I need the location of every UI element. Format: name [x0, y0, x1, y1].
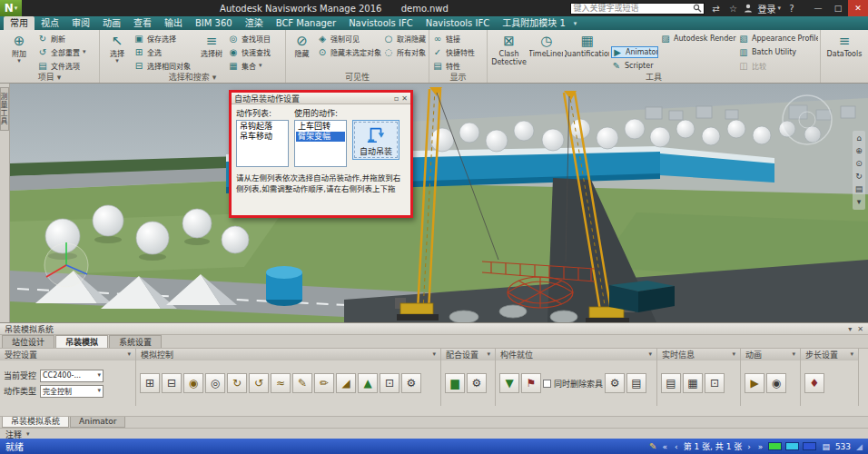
action-listbox[interactable]: 吊钩起落 吊车移动	[236, 120, 289, 167]
attach-button[interactable]: ⊕ 附加 ▾	[3, 32, 35, 72]
previous-sheet-button[interactable]: ‹	[673, 442, 680, 451]
realtime-info-caption[interactable]: 实时信息▾	[657, 349, 740, 360]
chart-button[interactable]: ▆	[445, 373, 465, 393]
tab-view[interactable]: 查看	[127, 16, 158, 30]
sim-control-button[interactable]: ⊞	[140, 373, 160, 393]
gear-button[interactable]: ⚙	[467, 373, 487, 393]
batch-utility-button[interactable]: ▥Batch Utility	[738, 46, 818, 58]
sim-control-button[interactable]: ✏	[314, 373, 334, 393]
orbit-icon[interactable]: ⊙	[855, 160, 863, 168]
list-item[interactable]: 上车回转	[296, 122, 345, 132]
tab-viewpoint[interactable]: 视点	[35, 16, 65, 30]
sign-in-button[interactable]: 登录▾	[757, 2, 781, 15]
list-item[interactable]: 吊钩起落	[238, 122, 287, 132]
gear-button[interactable]: ⚙	[605, 373, 625, 393]
camera-button[interactable]: ◉	[766, 373, 786, 393]
sets-button[interactable]: ▦集合▾	[228, 60, 281, 72]
play-animation-button[interactable]: ▶	[745, 373, 764, 393]
datatools-button[interactable]: ≡ DataTools	[824, 32, 865, 72]
properties-button[interactable]: ▤特性	[432, 60, 483, 72]
monitor-button[interactable]: ▦	[683, 373, 703, 393]
flag-button[interactable]: ⚑	[521, 373, 541, 393]
find-items-button[interactable]: ◎查找项目	[228, 33, 281, 44]
select-all-button[interactable]: ⊞全选	[133, 46, 195, 58]
tab-hoist-simulation[interactable]: 吊装模拟	[55, 335, 108, 348]
compare-button[interactable]: ◫比较	[738, 60, 818, 72]
tab-station-design[interactable]: 站位设计	[2, 335, 54, 348]
group-label-display[interactable]: 显示	[429, 72, 487, 83]
dialog-close-icon[interactable]: ✕	[401, 94, 408, 103]
panel-header[interactable]: 吊装模拟系统 ▾ ✕	[0, 323, 868, 335]
save-selection-button[interactable]: ▣保存选择	[133, 33, 195, 44]
search-input[interactable]	[573, 4, 693, 14]
links-button[interactable]: ∞链接	[432, 33, 483, 44]
tab-render[interactable]: 渲染	[239, 16, 270, 30]
quantification-button[interactable]: ▦ Quantification	[565, 32, 609, 72]
next-sheet-button[interactable]: ›	[745, 442, 753, 451]
list-button[interactable]: ▤	[626, 373, 646, 393]
close-button[interactable]: ✕	[848, 0, 868, 16]
reset-all-button[interactable]: ↺全部重置▾	[37, 46, 86, 58]
resize-grip[interactable]: ◢	[856, 442, 863, 451]
tab-output[interactable]: 输出	[158, 16, 189, 30]
maximize-button[interactable]: □	[828, 0, 848, 16]
tab-home[interactable]: 常用	[4, 16, 35, 30]
subtab-hoist-simulation[interactable]: 吊装模拟系统	[2, 417, 69, 428]
action-type-select[interactable]: 完全控制▾	[40, 385, 104, 398]
ribbon-options-caret[interactable]: ▾	[572, 20, 581, 30]
minimize-button[interactable]: —	[808, 0, 828, 16]
sim-control-button[interactable]: ↺	[249, 373, 269, 393]
refresh-view-icon[interactable]: ↻	[855, 173, 863, 181]
chevron-down-icon[interactable]: ▾	[857, 198, 862, 206]
list-item-selected[interactable]: 臂架变幅	[296, 132, 345, 142]
pencil-icon[interactable]: ✎	[649, 441, 656, 451]
calculator-button[interactable]: ⊡	[705, 373, 725, 393]
help-button[interactable]: ?	[785, 4, 798, 14]
sim-control-button[interactable]: ◉	[183, 373, 203, 393]
file-options-button[interactable]: ▤文件选项	[37, 60, 86, 72]
sim-control-button[interactable]: ◎	[205, 373, 225, 393]
unhide-all-button[interactable]: ◌所有对象▾	[383, 46, 427, 58]
tab-navistools-ifc-2[interactable]: Navistools IFC	[419, 16, 497, 30]
tab-bim360[interactable]: BIM 360	[189, 16, 239, 30]
step-button[interactable]: ♦	[804, 373, 824, 393]
app-menu-button[interactable]: N ▾	[0, 0, 22, 16]
measure-tools-tab[interactable]: 测量工具	[0, 87, 9, 131]
current-controlled-select[interactable]: CC2400-...▾	[40, 370, 104, 382]
list-item[interactable]: 吊车移动	[238, 132, 287, 142]
component-placement-caption[interactable]: 构件就位▾	[496, 349, 656, 360]
tab-navistools-ifc-1[interactable]: Navistools IFC	[342, 16, 419, 30]
selection-tree-button[interactable]: ≡ 选择树	[197, 32, 226, 72]
tab-bcf-manager[interactable]: BCF Manager	[270, 16, 342, 30]
zoom-icon[interactable]: ⊕	[855, 147, 863, 155]
sim-control-button[interactable]: ⊡	[380, 373, 399, 393]
sim-control-button[interactable]: ▲	[358, 373, 378, 393]
viewport-3d-scene[interactable]	[10, 84, 868, 322]
favorites-icon[interactable]: ☆	[726, 4, 739, 14]
select-button[interactable]: ↖ 选择 ▾	[103, 32, 132, 72]
dialog-title-bar[interactable]: 自动吊装动作设置 ▫ ✕	[232, 93, 410, 104]
sim-control-button[interactable]: ✎	[292, 373, 312, 393]
coordination-settings-caption[interactable]: 配合设置▾	[441, 349, 495, 360]
animation-caption[interactable]: 动画▾	[741, 349, 800, 360]
used-actions-listbox[interactable]: 上车回转 臂架变幅	[294, 120, 347, 167]
require-button[interactable]: ◈强制可见	[317, 33, 381, 44]
group-label-project[interactable]: 项目 ▾	[0, 72, 99, 83]
tab-tool-addins[interactable]: 工具附加模块 1	[496, 16, 572, 30]
quick-properties-button[interactable]: ✓快捷特性	[432, 46, 483, 58]
views-icon[interactable]: ▤	[855, 185, 863, 193]
sim-control-button[interactable]: ↻	[227, 373, 247, 393]
appearance-profiler-button[interactable]: ▧Appearance Profiler	[738, 33, 818, 44]
unhide-button[interactable]: ○取消隐藏	[383, 33, 427, 44]
last-sheet-button[interactable]: »	[756, 442, 765, 451]
group-label-select-search[interactable]: 选择和搜索 ▾	[100, 72, 285, 83]
hide-unselected-button[interactable]: ⊙隐藏未选定对象	[317, 46, 381, 58]
tab-system-settings[interactable]: 系统设置	[109, 335, 162, 348]
place-down-button[interactable]: ▼	[499, 373, 519, 393]
hide-button[interactable]: ⊘ 隐藏	[289, 32, 315, 72]
tab-review[interactable]: 审阅	[65, 16, 96, 30]
auto-hoist-button[interactable]: 自动吊装	[352, 120, 399, 160]
chevron-down-icon[interactable]: ▾	[848, 325, 852, 333]
panel-close-icon[interactable]: ✕	[857, 325, 863, 333]
sim-control-button[interactable]: ⊟	[162, 373, 182, 393]
